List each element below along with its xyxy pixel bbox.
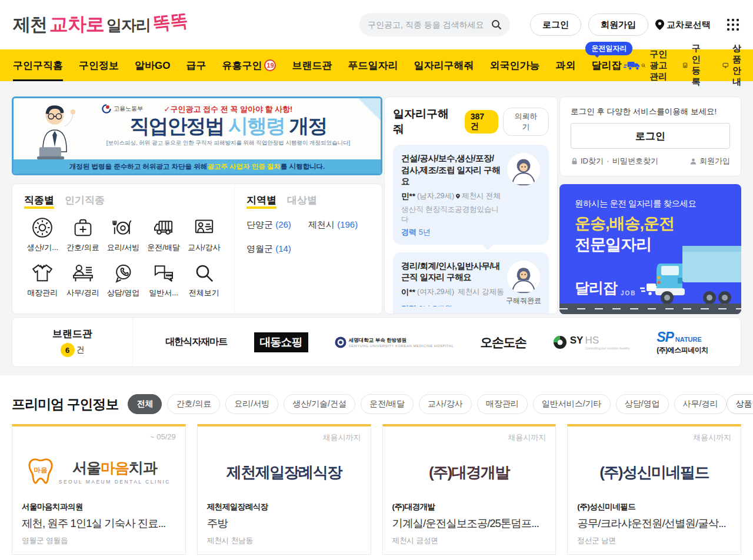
- svg-text:마음: 마음: [34, 466, 47, 473]
- ad-manage-link[interactable]: JOB 구인광고관리: [641, 49, 667, 82]
- road-graphic: [559, 304, 741, 314]
- premium-job-card[interactable]: 채용시까지 제천제일장례식장 제천제일장례식장 주방 제천시 천남동: [197, 424, 371, 555]
- category-teaching[interactable]: 교사/강사: [185, 216, 222, 253]
- banner-title: 직업안정법 시행령 개정: [102, 116, 355, 137]
- chip-teaching[interactable]: 교사/강사: [419, 394, 472, 414]
- category-office[interactable]: 사무/경리: [65, 261, 102, 298]
- region-jecheon[interactable]: 제천시 (196): [308, 219, 370, 231]
- product-info-link[interactable]: 상품안내: [722, 43, 748, 88]
- find-password-link[interactable]: 비밀번호찾기: [612, 156, 658, 166]
- nav-menu: 구인구직홈 구인정보 알바GO 급구 유흥구인19 브랜드관 푸드일자리 일자리…: [13, 49, 641, 81]
- nav-label: 외국인가능: [489, 59, 539, 72]
- brand-logo-syhs[interactable]: SYHS Controlling our nutrition healthy: [553, 335, 630, 350]
- search-input[interactable]: [368, 20, 488, 29]
- company-name: (주)대경개발: [392, 502, 547, 512]
- region-yeongwol[interactable]: 영월군 (14): [246, 244, 308, 255]
- job-request-card[interactable]: 건설/공사/보수,생산/포장/검사,제조/조립 일자리 구해요 민** (남자,…: [393, 145, 549, 245]
- request-complete-badge: 구해줘완료: [506, 296, 541, 306]
- avatar-male-icon: [507, 153, 540, 186]
- job-location: 제천시 천남동: [207, 536, 361, 546]
- brand-logo-semyung-hospital[interactable]: 세명대학교 부속 한방병원 SEMYUNG UNIVERSITY KOREAN …: [335, 336, 454, 348]
- premium-job-card[interactable]: 채용시까지 (주)성신미네필드 (주)성신미네필드 공무/크라샤운전원/선별원/…: [567, 424, 741, 555]
- search-icon[interactable]: [491, 19, 502, 30]
- tab-by-target[interactable]: 대상별: [287, 194, 317, 209]
- signup-link[interactable]: 회원가입: [689, 156, 730, 166]
- signup-button[interactable]: 회원가입: [588, 14, 648, 36]
- nav-label: 급구: [186, 59, 206, 72]
- premium-job-card[interactable]: 채용시까지 (주)대경개발 (주)대경개발 기계실/운전실보조공/25톤덤프..…: [382, 424, 557, 555]
- job-title: 주방: [207, 516, 361, 531]
- dallijab-ad-banner[interactable]: 원하시는 운전 일자리를 찾으세요 운송,배송,운전 전문일자리 달리잡 JOB: [559, 184, 741, 314]
- request-button[interactable]: 의뢰하기: [503, 108, 549, 136]
- chip-all[interactable]: 전체: [128, 394, 162, 414]
- nav-item-alba-go[interactable]: 알바GO: [135, 49, 170, 81]
- site-logo[interactable]: 제천 교차로 일자리 똑똑: [13, 12, 188, 38]
- chip-cooking[interactable]: 요리/서빙: [225, 394, 278, 414]
- job-post-link[interactable]: JOB 구인등록: [682, 43, 707, 88]
- login-panel: 로그인 후 다양한 서비스를이용해 보세요! 로그인 ID찾기 비밀번호찾기 회…: [559, 96, 741, 176]
- policy-banner[interactable]: 고용노동부 ✓구인광고 접수 전 꼭 알아야 할 사항! 직업안정법 시행령 개…: [12, 96, 382, 175]
- company-name: 서울마음치과의원: [22, 502, 176, 512]
- tab-by-region[interactable]: 지역별: [246, 194, 276, 209]
- category-driving[interactable]: 운전/배달: [145, 216, 182, 253]
- tab-by-job-type[interactable]: 직종별: [24, 194, 54, 209]
- chip-consulting[interactable]: 상담/영업: [616, 394, 669, 414]
- nav-label: 구인정보: [79, 59, 119, 72]
- shirt-icon: [31, 261, 54, 285]
- company-logo: 마음 서울마음치과 SEOUL MAEUM DENTAL CLINIC: [22, 441, 176, 502]
- nav-item-brand-hall[interactable]: 브랜드관: [292, 49, 332, 81]
- apps-grid-icon[interactable]: [726, 18, 740, 32]
- chip-driving[interactable]: 운전/배달: [361, 394, 414, 414]
- nav-item-job-request[interactable]: 일자리구해줘: [414, 49, 474, 81]
- gear-icon: [31, 216, 54, 239]
- tab-popular-jobs[interactable]: 인기직종: [65, 194, 105, 209]
- premium-title: 프리미엄 구인정보: [12, 395, 118, 414]
- nav-item-adult-jobs[interactable]: 유흥구인19: [222, 49, 276, 81]
- nav-item-home[interactable]: 구인구직홈: [13, 49, 63, 81]
- job-request-count-badge: 387건: [465, 110, 498, 134]
- job-request-card[interactable]: 경리/회계/인사,일반사무/내근직 일자리 구해요 이** (여자,29세) 제…: [393, 252, 549, 314]
- lock-icon: [571, 157, 578, 165]
- main-nav: 구인구직홈 구인정보 알바GO 급구 유흥구인19 브랜드관 푸드일자리 일자리…: [0, 49, 753, 81]
- chip-general-service[interactable]: 일반서비스/기타: [533, 394, 611, 414]
- nav-label: 브랜드관: [292, 59, 332, 72]
- login-button[interactable]: 로그인: [530, 14, 581, 36]
- deadline: 채용시까지: [577, 432, 731, 443]
- chat-bubbles-icon: [152, 261, 175, 285]
- login-panel-button[interactable]: 로그인: [571, 123, 730, 149]
- category-general-service[interactable]: 일반서...: [145, 261, 182, 298]
- chip-production[interactable]: 생산/기술/건설: [284, 394, 355, 414]
- category-view-all[interactable]: 전체보기: [185, 261, 222, 298]
- category-cooking[interactable]: 요리/서빙: [105, 216, 142, 253]
- logo-text: 일자리: [106, 15, 151, 36]
- product-info-button[interactable]: 상품안내: [727, 394, 753, 414]
- category-production[interactable]: 생산/기...: [24, 216, 61, 253]
- brand-count: 6 건: [61, 343, 85, 357]
- logo-text: 제천: [13, 13, 47, 37]
- nav-item-tutoring[interactable]: 과외: [555, 49, 575, 81]
- brand-logo-osondoson[interactable]: 오손도손: [480, 334, 526, 351]
- truck-icon: [624, 60, 641, 71]
- phone-consult-icon: [111, 261, 135, 285]
- nav-item-dallijab[interactable]: 운전일자리 달리잡: [591, 49, 641, 81]
- search-bar[interactable]: [359, 13, 510, 36]
- chip-nursing[interactable]: 간호/의료: [167, 394, 220, 414]
- find-id-link[interactable]: ID찾기: [571, 156, 604, 166]
- branch-select[interactable]: 교차로선택: [655, 19, 711, 31]
- login-message: 로그인 후 다양한 서비스를이용해 보세요!: [571, 106, 730, 117]
- nav-item-job-info[interactable]: 구인정보: [79, 49, 119, 81]
- nav-label: 유흥구인: [222, 59, 262, 72]
- category-nursing[interactable]: 간호/의료: [65, 216, 102, 253]
- nav-item-food-jobs[interactable]: 푸드일자리: [348, 49, 398, 81]
- nav-item-urgent[interactable]: 급구: [186, 49, 206, 81]
- category-store[interactable]: 매장관리: [24, 261, 61, 298]
- premium-job-card[interactable]: ~ 05/29 마음 서울마음치과 SEOUL MAEUM DENTAL CLI…: [12, 424, 186, 555]
- chip-office[interactable]: 사무/경리: [674, 394, 727, 414]
- category-consulting[interactable]: 상담/영업: [105, 261, 142, 298]
- nav-item-foreigner-ok[interactable]: 외국인가능: [489, 49, 539, 81]
- brand-logo-sp-nature[interactable]: SPNATURE (주)에스피네이치: [657, 329, 708, 355]
- chip-store[interactable]: 매장관리: [477, 394, 528, 414]
- brand-logo-daedong-shopping[interactable]: 대동쇼핑: [254, 332, 308, 352]
- brand-logo-daehan-mart[interactable]: 대한식자재마트: [165, 336, 227, 348]
- region-danyang[interactable]: 단양군 (26): [246, 219, 308, 231]
